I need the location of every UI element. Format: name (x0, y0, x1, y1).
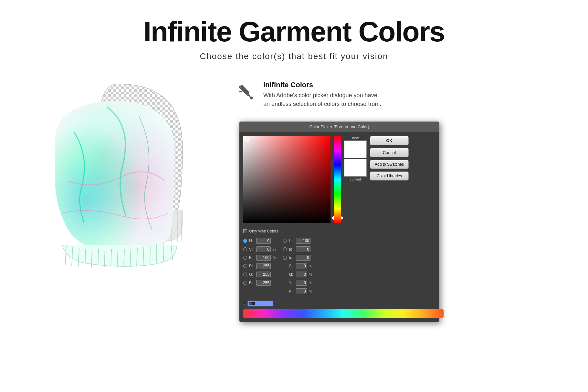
new-swatch-label: new (352, 136, 359, 140)
brightness-label: B: (249, 255, 254, 260)
current-swatch (344, 159, 367, 177)
only-web-checkbox[interactable] (243, 229, 247, 233)
hue-slider[interactable] (334, 136, 341, 223)
green-label: G: (249, 272, 254, 277)
svg-line-32 (163, 242, 163, 261)
hue-arrow-left (331, 216, 334, 220)
cancel-button[interactable]: Cancel (370, 148, 409, 157)
red-input[interactable] (256, 263, 271, 269)
b-label: b: (289, 255, 294, 260)
gradient-selector-circle (246, 139, 249, 142)
l-input[interactable] (296, 238, 310, 244)
brightness-unit: % (273, 256, 277, 260)
gradient-box[interactable] (243, 136, 331, 223)
c-label: C: (289, 264, 294, 268)
red-row: R: (243, 263, 277, 270)
blue-row: B: (243, 279, 277, 286)
header-section: Infinite Garment Colors Choose the color… (143, 0, 445, 61)
a-input[interactable] (296, 246, 310, 252)
gradient-dark-overlay (243, 136, 331, 223)
info-section: Inifinite Colors With Adobe's color pick… (239, 81, 556, 108)
k-row: K: % (283, 288, 313, 295)
saturation-label: S: (249, 247, 254, 252)
color-picker-dialog: Color Picker (Foreground Color) (239, 121, 439, 322)
hue-arrow-right (341, 216, 343, 220)
blue-label: B: (249, 281, 254, 285)
dialog-body: new current OK Cancel Add to Swatches Co… (239, 132, 439, 227)
dialog-title-bar: Color Picker (Foreground Color) (239, 122, 439, 132)
only-web-row: Only Web Colors (243, 229, 439, 233)
saturation-input[interactable] (256, 246, 271, 252)
hue-input[interactable] (256, 238, 271, 244)
l-row: L: (283, 237, 313, 244)
brightness-input[interactable] (256, 255, 271, 261)
l-label: L: (289, 239, 294, 243)
b-row: b: (283, 254, 313, 261)
color-libraries-button[interactable]: Color Libraries (370, 171, 409, 181)
hue-row: H: ° (243, 237, 277, 244)
y-row: Y: % (283, 279, 313, 286)
blue-input[interactable] (256, 280, 271, 286)
hex-row: # (239, 299, 439, 309)
beanie-section (32, 74, 220, 300)
add-to-swatches-button[interactable]: Add to Swatches (370, 160, 409, 169)
new-swatch (344, 140, 367, 158)
m-label: M: (289, 272, 294, 277)
info-title: Inifinite Colors (263, 81, 381, 89)
only-web-label: Only Web Colors (249, 229, 278, 233)
a-radio[interactable] (283, 247, 287, 251)
info-text: Inifinite Colors With Adobe's color pick… (263, 81, 381, 108)
page-subtitle: Choose the color(s) that best fit your v… (143, 51, 445, 61)
hue-slider-container[interactable] (334, 136, 341, 223)
gradient-picker-area[interactable] (243, 136, 331, 223)
red-radio[interactable] (243, 264, 247, 268)
page-title: Infinite Garment Colors (143, 16, 445, 47)
lab-cmyk-values: L: a: b: (283, 237, 313, 295)
eyedropper-icon (239, 81, 257, 103)
right-panel: Inifinite Colors With Adobe's color pick… (239, 74, 556, 322)
blue-radio[interactable] (243, 281, 247, 285)
k-unit: % (309, 289, 313, 293)
dialog-values: H: ° S: % (239, 235, 439, 298)
ok-button[interactable]: OK (370, 136, 409, 145)
green-input[interactable] (256, 272, 271, 277)
y-input[interactable] (296, 280, 307, 286)
svg-rect-34 (239, 84, 250, 95)
svg-line-30 (150, 246, 150, 264)
a-row: a: (283, 246, 313, 253)
page-container: Infinite Garment Colors Choose the color… (0, 0, 588, 392)
hue-radio[interactable] (243, 239, 247, 243)
green-radio[interactable] (243, 273, 247, 276)
hex-label: # (243, 301, 246, 306)
c-row: C: % (283, 263, 313, 270)
y-unit: % (309, 281, 313, 285)
b-input[interactable] (296, 255, 310, 261)
y-label: Y: (289, 281, 294, 285)
m-unit: % (309, 273, 313, 276)
green-row: G: (243, 271, 277, 278)
a-label: a: (289, 247, 294, 252)
k-input[interactable] (296, 288, 307, 294)
beanie-illustration (32, 74, 220, 300)
saturation-unit: % (273, 247, 277, 251)
m-row: M: % (283, 271, 313, 278)
buttons-column: OK Cancel Add to Swatches Color Librarie… (370, 136, 409, 223)
saturation-row: S: % (243, 246, 277, 253)
swatch-column: new current (344, 136, 367, 223)
m-input[interactable] (296, 272, 307, 277)
info-description: With Adobe's color picker dialogue you h… (263, 91, 381, 108)
rainbow-strip (243, 309, 444, 318)
k-label: K: (289, 289, 294, 294)
brightness-radio[interactable] (243, 256, 247, 260)
current-swatch-label: current (350, 177, 361, 181)
c-input[interactable] (296, 263, 307, 269)
brightness-row: B: % (243, 254, 277, 261)
hue-label: H: (249, 239, 254, 243)
saturation-radio[interactable] (243, 247, 247, 251)
content-area: Inifinite Colors With Adobe's color pick… (0, 74, 588, 322)
hex-input[interactable] (247, 301, 273, 306)
b-radio[interactable] (283, 256, 287, 260)
c-unit: % (309, 264, 313, 268)
hsb-rgb-values: H: ° S: % (243, 237, 277, 295)
l-radio[interactable] (283, 239, 287, 243)
